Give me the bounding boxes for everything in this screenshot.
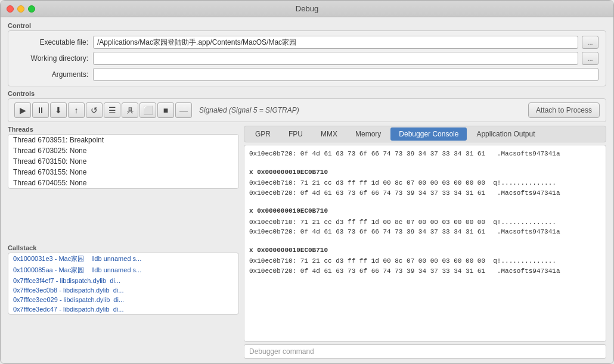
control-label: Control (8, 22, 606, 29)
thread-item[interactable]: Thread 6703951: Breakpoint (8, 135, 238, 145)
working-dir-label: Working directory: (15, 54, 93, 63)
titlebar: Debug (1, 1, 613, 17)
tab-memory[interactable]: Memory (347, 127, 389, 141)
arguments-label: Arguments: (15, 70, 93, 79)
executable-browse-button[interactable]: ... (582, 36, 599, 49)
mem-line: 0x10ec0b710: 71 21 cc d3 ff ff 1d 00 8c … (249, 217, 601, 228)
mem-line: 0x10ec0b720: 0f 4d 61 63 73 6f 66 74 73 … (249, 188, 601, 198)
main-content: Control Executable file: ... Working dir… (1, 17, 613, 363)
callstack-list: 0x1000031e3 - Mac家园 lldb unnamed s... 0x… (8, 253, 239, 315)
stack-item[interactable]: 0x1000031e3 - Mac家园 lldb unnamed s... (8, 253, 238, 265)
mem-line: 0x10ec0b710: 71 21 cc d3 ff ff 1d 00 8c … (249, 256, 601, 266)
thread-item[interactable]: Thread 6703150: None (8, 156, 238, 167)
threads-panel: Threads Thread 6703951: Breakpoint Threa… (8, 126, 239, 359)
mem-label: x 0x000000010EC0B710 (249, 245, 601, 256)
threads-container: Threads Thread 6703951: Breakpoint Threa… (8, 126, 239, 241)
control-section: Control Executable file: ... Working dir… (8, 22, 606, 86)
step-in-button[interactable]: ↑ (68, 102, 85, 118)
thread-item[interactable]: Thread 6703025: None (8, 145, 238, 156)
tab-mmx[interactable]: MMX (312, 127, 346, 141)
signal-text: Signaled (Signal 5 = SIGTRAP) (199, 106, 527, 114)
callstack-title: Callstack (8, 244, 239, 251)
working-dir-browse-button[interactable]: ... (582, 52, 599, 65)
mem-line: 0x10ec0b710: 71 21 cc d3 ff ff 1d 00 8c … (249, 178, 601, 188)
stack-item[interactable]: 0x7fffce3f4ef7 - libdispatch.dylib di... (8, 276, 238, 285)
controls-section: Controls ▶ ⏸ ⬇ ↑ ↺ ☰ 具 ⬜ ■ — Signaled (S… (8, 90, 606, 122)
step-out-button[interactable]: ↺ (86, 102, 103, 118)
pause-button[interactable]: ⏸ (32, 102, 49, 118)
right-panel: GPR FPU MMX Memory Debugger Console Appl… (244, 126, 606, 359)
executable-row: Executable file: ... (15, 36, 599, 49)
mem-line: 0x10ec0b720: 0f 4d 61 63 73 6f 66 74 73 … (249, 266, 601, 276)
executable-label: Executable file: (15, 38, 93, 46)
minimize-button[interactable] (17, 5, 24, 13)
breakpoint-button[interactable]: ⬜ (139, 102, 156, 118)
working-dir-row: Working directory: ... (15, 52, 599, 65)
controls-label: Controls (8, 90, 606, 97)
tab-application-output[interactable]: Application Output (468, 127, 543, 141)
stack-item[interactable]: 0x7fffce3ee029 - libdispatch.dylib di... (8, 295, 238, 304)
step-over-button[interactable]: ⬇ (50, 102, 67, 118)
controls-toolbar: ▶ ⏸ ⬇ ↑ ↺ ☰ 具 ⬜ ■ — Signaled (Signal 5 =… (14, 102, 600, 118)
debugger-command-bar[interactable]: Debugger command (244, 344, 606, 359)
attach-to-process-button[interactable]: Attach to Process (528, 102, 600, 118)
stack-item[interactable]: 0x7fffce3ec0b8 - libdispatch.dylib di... (8, 285, 238, 295)
close-button[interactable] (7, 5, 14, 13)
stop-button[interactable]: ■ (157, 102, 174, 118)
play-button[interactable]: ▶ (14, 102, 31, 118)
stack-item[interactable]: 0x1000085aa - Mac家园 lldb unnamed s... (8, 265, 238, 276)
mem-label: x 0x000000010EC0B710 (249, 206, 601, 216)
debugger-command-placeholder: Debugger command (249, 347, 314, 356)
arguments-row: Arguments: (15, 68, 599, 81)
stack-item[interactable]: 0x7fffce3edc47 - libdispatch.dylib di... (8, 304, 238, 314)
threads-list: Thread 6703951: Breakpoint Thread 670302… (8, 134, 239, 189)
executable-input[interactable] (93, 36, 578, 49)
mem-label: x 0x000000010EC0B710 (249, 167, 601, 178)
controls-box: ▶ ⏸ ⬇ ↑ ↺ ☰ 具 ⬜ ■ — Signaled (Signal 5 =… (8, 98, 606, 122)
tab-gpr[interactable]: GPR (247, 127, 279, 141)
debugger-output: 0x10ec0b720: 0f 4d 61 63 73 6f 66 74 73 … (244, 145, 606, 342)
lower-section: Threads Thread 6703951: Breakpoint Threa… (8, 126, 606, 359)
tab-debugger-console[interactable]: Debugger Console (390, 127, 467, 141)
tabs-bar: GPR FPU MMX Memory Debugger Console Appl… (244, 126, 606, 142)
threads-title: Threads (8, 126, 239, 133)
special-button[interactable]: 具 (122, 102, 138, 118)
callstack-container: Callstack 0x1000031e3 - Mac家园 lldb unnam… (8, 244, 239, 359)
mem-line: 0x10ec0b720: 0f 4d 61 63 73 6f 66 74 73 … (249, 227, 601, 237)
maximize-button[interactable] (28, 5, 35, 13)
tab-fpu[interactable]: FPU (280, 127, 311, 141)
window-title: Debug (296, 4, 318, 13)
thread-item[interactable]: Thread 6704055: None (8, 178, 238, 188)
arguments-input[interactable] (93, 68, 599, 81)
main-window: Debug Control Executable file: ... Worki… (0, 0, 614, 364)
traffic-lights (7, 5, 35, 13)
list-button[interactable]: ☰ (104, 102, 120, 118)
mem-line: 0x10ec0b720: 0f 4d 61 63 73 6f 66 74 73 … (249, 149, 601, 159)
minus-button[interactable]: — (175, 102, 192, 118)
thread-item[interactable]: Thread 6703155: None (8, 167, 238, 178)
working-dir-input[interactable] (93, 52, 578, 65)
control-box: Executable file: ... Working directory: … (8, 30, 606, 86)
